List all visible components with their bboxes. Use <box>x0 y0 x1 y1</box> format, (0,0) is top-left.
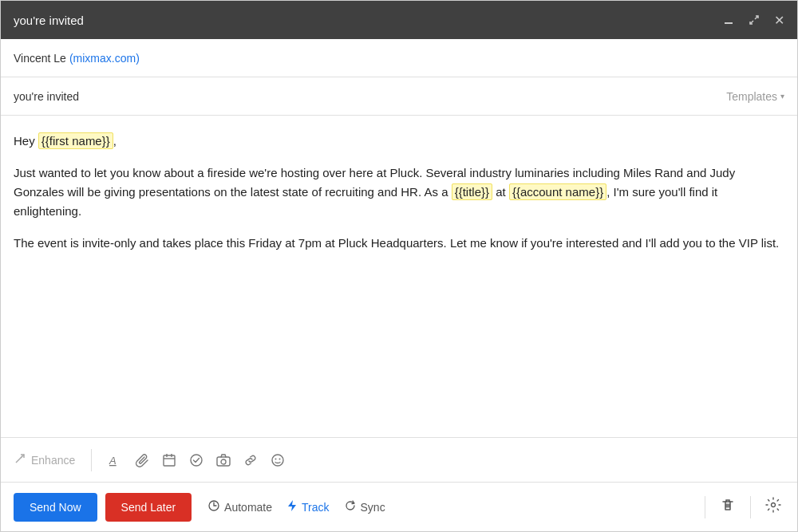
close-icon[interactable]: ✕ <box>774 13 784 28</box>
bottom-actions: Automate Track Sync <box>207 499 697 514</box>
calendar-icon[interactable] <box>162 453 176 467</box>
send-now-button[interactable]: Send Now <box>14 493 97 522</box>
automate-label: Automate <box>224 501 272 514</box>
svg-marker-17 <box>288 500 296 511</box>
sync-icon <box>344 499 357 514</box>
sync-label: Sync <box>361 501 385 514</box>
enhance-wand-icon <box>14 452 26 467</box>
automate-icon <box>207 499 220 514</box>
bottom-divider <box>705 496 705 518</box>
toolbar-icons: A <box>108 453 285 467</box>
sender-name: Vincent Le <box>14 52 66 65</box>
emoji-icon[interactable] <box>271 453 285 467</box>
toolbar-divider-1 <box>91 449 92 471</box>
check-circle-icon[interactable] <box>189 453 203 467</box>
svg-point-14 <box>275 458 277 459</box>
svg-point-21 <box>772 503 776 507</box>
body-paragraph-1: Just wanted to let you know about a fire… <box>14 164 784 221</box>
svg-rect-6 <box>164 455 175 466</box>
templates-label: Templates <box>726 90 777 103</box>
sync-button[interactable]: Sync <box>344 499 385 514</box>
bottom-action-bar: Send Now Send Later Automate Track <box>1 482 797 531</box>
greeting-end: , <box>113 134 117 148</box>
attachment-icon[interactable] <box>135 453 149 467</box>
track-button[interactable]: Track <box>286 499 329 514</box>
window-title: you're invited <box>14 14 84 27</box>
track-label: Track <box>302 501 329 514</box>
formatting-toolbar: Enhance A <box>1 437 797 482</box>
greeting-paragraph: Hey {{first name}}, <box>14 132 784 151</box>
svg-point-15 <box>279 458 281 459</box>
minimize-icon[interactable] <box>723 14 734 26</box>
expand-icon[interactable] <box>749 14 760 26</box>
first-name-placeholder[interactable]: {{first name}} <box>38 132 113 149</box>
window-controls: ✕ <box>723 13 784 28</box>
to-field: Vincent Le (mixmax.com) <box>1 39 797 77</box>
title-placeholder[interactable]: {{title}} <box>452 183 492 200</box>
svg-text:A: A <box>109 455 117 467</box>
svg-point-12 <box>221 459 226 464</box>
email-body: Hey {{first name}}, Just wanted to let y… <box>1 116 797 437</box>
email-compose-window: you're invited ✕ Vincent Le (mixmax.com)… <box>0 0 798 532</box>
greeting-text: Hey <box>14 134 38 148</box>
chevron-down-icon: ▾ <box>780 92 784 100</box>
subject-field: you're invited Templates ▾ <box>1 77 797 116</box>
bottom-right-controls <box>697 494 784 520</box>
subject-text: you're invited <box>14 90 79 103</box>
send-later-button[interactable]: Send Later <box>105 493 192 522</box>
bottom-divider-2 <box>750 496 751 518</box>
enhance-button[interactable]: Enhance <box>14 452 75 467</box>
settings-button[interactable] <box>762 494 784 520</box>
account-name-placeholder[interactable]: {{account name}} <box>509 183 606 200</box>
svg-point-10 <box>191 455 202 466</box>
svg-point-13 <box>272 455 283 466</box>
title-bar: you're invited ✕ <box>1 1 797 39</box>
track-bolt-icon <box>286 499 298 514</box>
text-format-icon[interactable]: A <box>108 453 122 467</box>
link-icon[interactable] <box>243 453 258 467</box>
templates-button[interactable]: Templates ▾ <box>726 90 784 103</box>
camera-icon[interactable] <box>216 453 231 467</box>
at-text: at <box>492 185 509 199</box>
sender-email: (mixmax.com) <box>69 52 140 65</box>
body-paragraph-2: The event is invite-only and takes place… <box>14 234 784 253</box>
automate-button[interactable]: Automate <box>207 499 272 514</box>
delete-button[interactable] <box>717 494 739 520</box>
enhance-label: Enhance <box>31 454 75 467</box>
